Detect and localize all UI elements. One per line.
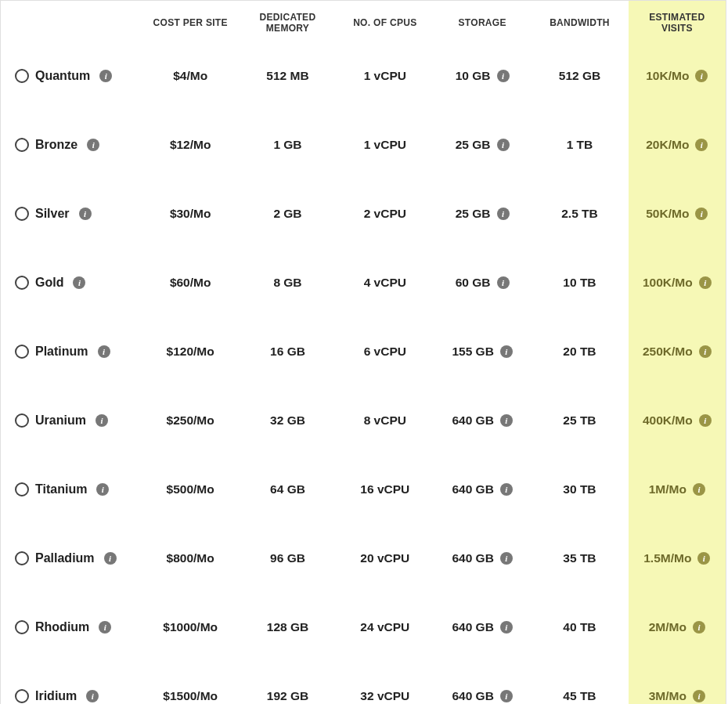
cell-storage-value: 60 GB bbox=[456, 276, 491, 290]
plan-radio[interactable] bbox=[15, 345, 29, 359]
plan-radio[interactable] bbox=[15, 551, 29, 565]
info-icon[interactable]: i bbox=[693, 690, 705, 702]
plan-radio[interactable] bbox=[15, 620, 29, 634]
info-icon[interactable]: i bbox=[86, 690, 99, 702]
cell-cpus: 16 vCPU bbox=[337, 455, 434, 524]
cell-storage-value: 25 GB bbox=[456, 207, 491, 221]
info-icon[interactable]: i bbox=[497, 208, 510, 220]
plan-cell[interactable]: Titaniumi bbox=[1, 455, 142, 524]
plan-radio[interactable] bbox=[15, 207, 29, 221]
col-cost: COST PER SITE bbox=[142, 1, 239, 42]
cell-cpus: 6 vCPU bbox=[337, 317, 434, 386]
cell-cpus-value: 32 vCPU bbox=[360, 689, 409, 703]
plan-radio[interactable] bbox=[15, 276, 29, 290]
plan-cell[interactable]: Palladiumi bbox=[1, 524, 142, 593]
cell-storage: 640 GBi bbox=[434, 662, 531, 704]
plan-cell[interactable]: Iridiumi bbox=[1, 662, 142, 704]
cell-visits-value: 20K/Mo bbox=[646, 138, 689, 152]
cell-visits: 400K/Moi bbox=[629, 386, 726, 455]
cell-cost-value: $500/Mo bbox=[167, 482, 214, 496]
info-icon[interactable]: i bbox=[96, 483, 109, 496]
info-icon[interactable]: i bbox=[104, 552, 117, 565]
plan-cell[interactable]: Silveri bbox=[1, 179, 142, 248]
plan-cell[interactable]: Uraniumi bbox=[1, 386, 142, 455]
plan-name: Bronze bbox=[35, 138, 77, 152]
cell-bandwidth-value: 20 TB bbox=[563, 345, 596, 359]
cell-memory: 192 GB bbox=[239, 662, 336, 704]
info-icon[interactable]: i bbox=[500, 690, 513, 702]
info-icon[interactable]: i bbox=[500, 483, 513, 496]
cell-cost-value: $60/Mo bbox=[170, 276, 211, 290]
cell-cost: $250/Mo bbox=[142, 386, 239, 455]
plan-cell[interactable]: Platinumi bbox=[1, 317, 142, 386]
plan-cell[interactable]: Rhodiumi bbox=[1, 593, 142, 662]
table-row: Iridiumi$1500/Mo192 GB32 vCPU640 GBi45 T… bbox=[1, 662, 726, 704]
cell-cost: $60/Mo bbox=[142, 248, 239, 317]
cell-cpus-value: 4 vCPU bbox=[364, 276, 406, 290]
cell-cpus-value: 20 vCPU bbox=[360, 551, 409, 565]
cell-storage: 10 GBi bbox=[434, 42, 531, 110]
info-icon[interactable]: i bbox=[87, 139, 99, 151]
plan-cell[interactable]: Goldi bbox=[1, 248, 142, 317]
info-icon[interactable]: i bbox=[697, 552, 710, 565]
col-storage: STORAGE bbox=[434, 1, 531, 42]
pricing-table: COST PER SITE DEDICATED MEMORY NO. OF CP… bbox=[1, 1, 726, 704]
cell-memory-value: 128 GB bbox=[267, 620, 308, 634]
cell-bandwidth: 20 TB bbox=[531, 317, 628, 386]
info-icon[interactable]: i bbox=[693, 483, 705, 496]
info-icon[interactable]: i bbox=[99, 621, 111, 634]
info-icon[interactable]: i bbox=[500, 345, 513, 358]
info-icon[interactable]: i bbox=[695, 139, 708, 151]
info-icon[interactable]: i bbox=[699, 345, 712, 358]
cell-bandwidth-value: 30 TB bbox=[563, 482, 596, 496]
info-icon[interactable]: i bbox=[500, 552, 513, 565]
table-row: Rhodiumi$1000/Mo128 GB24 vCPU640 GBi40 T… bbox=[1, 593, 726, 662]
cell-visits-value: 100K/Mo bbox=[643, 276, 693, 290]
plan-name: Uranium bbox=[35, 413, 86, 428]
info-icon[interactable]: i bbox=[699, 276, 712, 289]
plan-radio[interactable] bbox=[15, 482, 29, 496]
cell-storage-value: 640 GB bbox=[452, 689, 493, 703]
info-icon[interactable]: i bbox=[695, 208, 708, 220]
cell-storage-value: 640 GB bbox=[452, 551, 493, 565]
info-icon[interactable]: i bbox=[500, 621, 513, 634]
cell-cost-value: $30/Mo bbox=[170, 207, 211, 221]
info-icon[interactable]: i bbox=[500, 414, 513, 427]
info-icon[interactable]: i bbox=[73, 276, 85, 289]
cell-bandwidth-value: 25 TB bbox=[563, 413, 596, 428]
cell-memory-value: 16 GB bbox=[270, 345, 305, 359]
info-icon[interactable]: i bbox=[99, 70, 112, 82]
cell-memory: 128 GB bbox=[239, 593, 336, 662]
cell-cost: $120/Mo bbox=[142, 317, 239, 386]
info-icon[interactable]: i bbox=[79, 208, 92, 220]
info-icon[interactable]: i bbox=[497, 139, 510, 151]
plan-cell[interactable]: Bronzei bbox=[1, 110, 142, 179]
info-icon[interactable]: i bbox=[695, 70, 708, 82]
cell-bandwidth-value: 35 TB bbox=[563, 551, 596, 565]
plan-radio[interactable] bbox=[15, 138, 29, 152]
cell-visits: 100K/Moi bbox=[629, 248, 726, 317]
cell-storage: 25 GBi bbox=[434, 110, 531, 179]
table-row: Bronzei$12/Mo1 GB1 vCPU25 GBi1 TB20K/Moi bbox=[1, 110, 726, 179]
info-icon[interactable]: i bbox=[96, 414, 108, 427]
plan-name: Rhodium bbox=[35, 620, 89, 634]
info-icon[interactable]: i bbox=[497, 70, 510, 82]
plan-radio[interactable] bbox=[15, 413, 29, 428]
cell-cost: $4/Mo bbox=[142, 42, 239, 110]
cell-memory: 8 GB bbox=[239, 248, 336, 317]
plan-cell[interactable]: Quantumi bbox=[1, 42, 142, 110]
cell-storage-value: 640 GB bbox=[452, 482, 493, 496]
plan-radio[interactable] bbox=[15, 689, 29, 703]
cell-bandwidth-value: 10 TB bbox=[563, 276, 596, 290]
cell-cpus-value: 8 vCPU bbox=[364, 413, 406, 428]
plan-radio[interactable] bbox=[15, 69, 29, 83]
cell-storage: 60 GBi bbox=[434, 248, 531, 317]
info-icon[interactable]: i bbox=[98, 345, 110, 358]
col-visits: ESTIMATED VISITS bbox=[629, 1, 726, 42]
info-icon[interactable]: i bbox=[699, 414, 712, 427]
cell-storage-value: 155 GB bbox=[452, 345, 493, 359]
cell-visits: 10K/Moi bbox=[629, 42, 726, 110]
cell-cpus: 24 vCPU bbox=[337, 593, 434, 662]
info-icon[interactable]: i bbox=[693, 621, 705, 634]
info-icon[interactable]: i bbox=[497, 276, 510, 289]
